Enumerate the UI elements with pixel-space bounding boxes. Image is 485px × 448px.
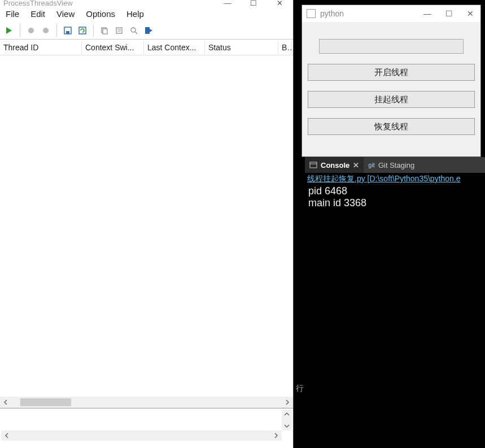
scroll-right-icon[interactable]: [283, 398, 292, 407]
toolbar: [0, 22, 293, 40]
close-tab-icon[interactable]: ✕: [353, 161, 359, 169]
suspend-thread-button[interactable]: 挂起线程: [308, 91, 475, 108]
menu-help[interactable]: Help: [126, 9, 144, 19]
ptv-window-controls: — ☐ ✕: [217, 0, 290, 9]
scroll-up-icon[interactable]: [282, 410, 291, 419]
separator: [20, 24, 20, 37]
tab-git-staging[interactable]: git Git Staging: [364, 157, 419, 173]
console-run-link[interactable]: 线程挂起恢复.py [D:\soft\Python35\python.e: [305, 173, 485, 185]
console-output-line: main id 3368: [305, 197, 485, 209]
menu-options[interactable]: Options: [86, 9, 115, 19]
exit-icon[interactable]: [143, 25, 154, 36]
minimize-button[interactable]: —: [422, 9, 433, 18]
console-panel: 线程挂起恢复.py [D:\soft\Python35\python.e pid…: [305, 173, 485, 448]
resume-thread-button[interactable]: 恢复线程: [308, 118, 475, 135]
menu-edit[interactable]: Edit: [30, 9, 45, 19]
python-app-icon: [307, 9, 316, 18]
top-horizontal-scrollbar[interactable]: [0, 397, 293, 408]
bottom-horizontal-scrollbar[interactable]: [1, 430, 282, 441]
find-icon[interactable]: [128, 25, 139, 36]
menu-view[interactable]: View: [56, 9, 75, 19]
copy-icon[interactable]: [99, 25, 110, 36]
separator: [56, 24, 57, 37]
column-last-context[interactable]: Last Contex...: [144, 41, 205, 54]
maximize-button[interactable]: ☐: [243, 0, 264, 9]
column-status[interactable]: Status: [205, 41, 278, 54]
refresh-icon[interactable]: [77, 25, 88, 36]
stray-text: 行: [296, 384, 304, 394]
svg-rect-13: [310, 162, 317, 168]
svg-rect-6: [103, 29, 107, 34]
columns-header: Thread ID Context Swi... Last Contex... …: [0, 40, 293, 55]
menu-file[interactable]: File: [6, 9, 19, 19]
stop-icon[interactable]: [25, 25, 37, 36]
ptv-title: ProcessThreadsView: [3, 0, 217, 7]
ide-tab-strip: Console ✕ git Git Staging: [305, 157, 485, 173]
properties-icon[interactable]: [113, 25, 125, 36]
column-ba[interactable]: Ba: [278, 41, 292, 54]
svg-point-1: [43, 28, 49, 33]
column-context-switches[interactable]: Context Swi...: [82, 41, 144, 54]
svg-point-0: [28, 28, 34, 33]
close-button[interactable]: ✕: [269, 0, 290, 9]
svg-line-11: [135, 32, 137, 34]
console-output-line: pid 6468: [305, 185, 485, 197]
run-icon[interactable]: [3, 25, 15, 36]
svg-rect-3: [66, 31, 69, 34]
ptv-title-bar: ProcessThreadsView — ☐ ✕: [0, 0, 293, 6]
svg-rect-7: [116, 28, 122, 33]
py-window-controls: — ☐ ✕: [422, 9, 476, 18]
save-icon[interactable]: [62, 25, 73, 36]
py-body: 开启线程 挂起线程 恢复线程: [302, 22, 480, 141]
scrollbar-thumb[interactable]: [20, 398, 71, 406]
scroll-down-icon[interactable]: [282, 421, 291, 430]
maximize-button[interactable]: ☐: [443, 9, 455, 18]
console-icon: [309, 161, 317, 169]
py-title-bar: python — ☐ ✕: [302, 5, 480, 22]
scroll-left-icon[interactable]: [2, 431, 11, 440]
separator: [93, 24, 94, 37]
scroll-right-icon[interactable]: [272, 431, 281, 440]
scroll-left-icon[interactable]: [1, 398, 10, 407]
py-title: python: [320, 9, 422, 18]
bottom-pane: [0, 408, 293, 442]
python-window: python — ☐ ✕ 开启线程 挂起线程 恢复线程: [302, 5, 481, 157]
start-thread-button[interactable]: 开启线程: [308, 64, 475, 81]
git-icon: git: [368, 162, 375, 168]
svg-rect-4: [79, 27, 86, 34]
column-thread-id[interactable]: Thread ID: [0, 41, 82, 54]
vertical-scrollbar[interactable]: [282, 410, 292, 430]
process-threads-view-window: ProcessThreadsView — ☐ ✕ File Edit View …: [0, 0, 294, 448]
thread-list-body[interactable]: [0, 55, 293, 397]
svg-rect-12: [145, 27, 150, 34]
close-button[interactable]: ✕: [465, 9, 476, 18]
tab-git-staging-label: Git Staging: [378, 161, 414, 169]
svg-point-10: [131, 28, 136, 32]
tab-console[interactable]: Console ✕: [305, 157, 364, 173]
tab-console-label: Console: [321, 161, 349, 169]
minimize-button[interactable]: —: [217, 0, 238, 9]
record-icon[interactable]: [40, 25, 51, 36]
thread-input[interactable]: [319, 39, 464, 54]
